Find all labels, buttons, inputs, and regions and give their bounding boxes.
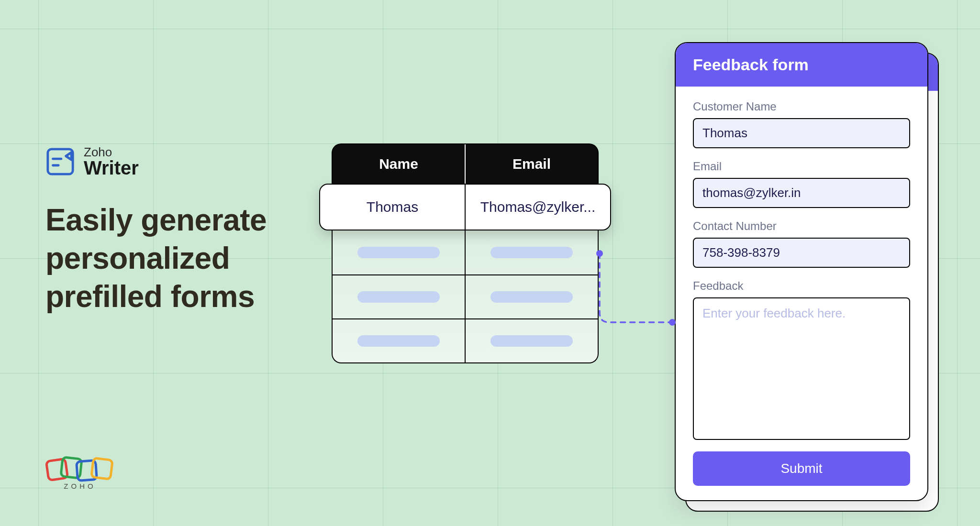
headline-line: personalized xyxy=(45,239,267,277)
connector-line xyxy=(596,250,677,331)
input-contact-number[interactable] xyxy=(693,238,910,268)
headline-line: Easily generate xyxy=(45,201,267,239)
label-feedback: Feedback xyxy=(693,279,910,297)
submit-button[interactable]: Submit xyxy=(693,451,910,486)
input-email[interactable] xyxy=(693,178,910,208)
cell-name: Thomas xyxy=(320,185,465,230)
cell-placeholder xyxy=(333,230,465,274)
cell-placeholder xyxy=(333,275,465,318)
cell-placeholder xyxy=(465,275,598,318)
table-header-name: Name xyxy=(333,144,465,184)
label-email: Email xyxy=(693,160,910,178)
table-row[interactable] xyxy=(333,230,598,274)
headline-line: prefilled forms xyxy=(45,277,267,316)
label-contact-number: Contact Number xyxy=(693,219,910,238)
form-title: Feedback form xyxy=(676,43,927,87)
svg-point-9 xyxy=(669,319,676,326)
writer-app-icon xyxy=(45,147,75,176)
label-customer-name: Customer Name xyxy=(693,100,910,118)
table-header-email: Email xyxy=(465,144,598,184)
product-brand: Zoho Writer xyxy=(45,146,139,177)
feedback-form-card: Feedback form Customer Name Email Contac… xyxy=(675,42,928,501)
cell-placeholder xyxy=(465,230,598,274)
table-row[interactable]: Thomas Thomas@zylker... xyxy=(319,184,611,230)
page-headline: Easily generate personalized prefilled f… xyxy=(45,201,267,316)
table-header-row: Name Email xyxy=(332,143,599,184)
cell-placeholder xyxy=(333,319,465,362)
table-row[interactable] xyxy=(333,274,598,318)
cell-placeholder xyxy=(465,319,598,362)
input-customer-name[interactable] xyxy=(693,118,910,148)
svg-rect-7 xyxy=(91,458,113,480)
table-body xyxy=(332,230,599,363)
brand-overline: Zoho xyxy=(84,146,139,158)
zoho-wordmark: ZOHO xyxy=(64,482,96,490)
svg-marker-3 xyxy=(66,153,72,160)
table-row[interactable] xyxy=(333,318,598,362)
textarea-feedback[interactable] xyxy=(693,297,910,440)
cell-email: Thomas@zylker... xyxy=(465,185,610,230)
source-data-table: Name Email Thomas Thomas@zylker... xyxy=(332,143,599,363)
brand-name: Writer xyxy=(84,158,139,177)
zoho-logo: ZOHO xyxy=(45,452,117,493)
